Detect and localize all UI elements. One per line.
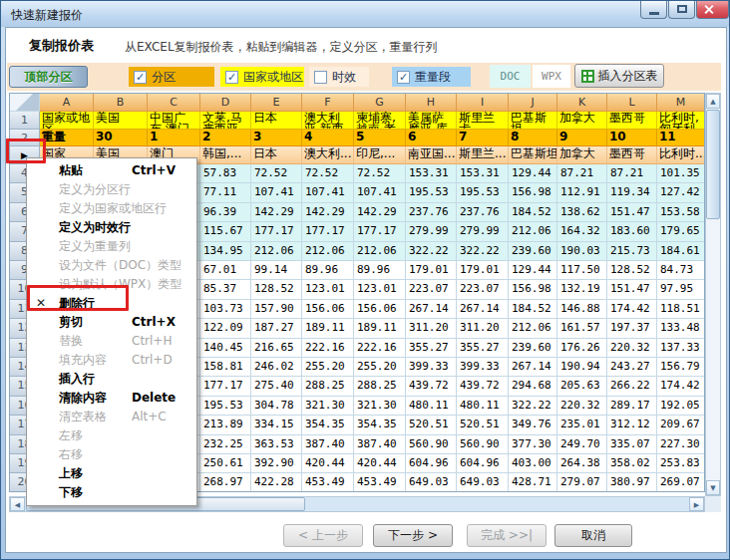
table-cell[interactable]: 96.39: [200, 203, 251, 222]
table-cell[interactable]: 187.27: [251, 319, 302, 338]
insert-partition-table-button[interactable]: 插入分区表: [574, 64, 664, 88]
table-cell[interactable]: 267.14: [457, 300, 509, 319]
table-cell[interactable]: 279.99: [406, 222, 457, 241]
table-cell[interactable]: 85.37: [200, 280, 251, 299]
table-cell[interactable]: 243.27: [607, 358, 657, 377]
table-cell[interactable]: 87.21: [557, 164, 607, 183]
table-cell[interactable]: 177.17: [251, 222, 302, 241]
table-cell[interactable]: 87.21: [607, 164, 657, 183]
table-cell[interactable]: 354.35: [354, 416, 406, 434]
table-cell[interactable]: 304.78: [251, 397, 302, 416]
table-cell[interactable]: 212.06: [509, 319, 557, 338]
minimize-button[interactable]: [640, 1, 667, 19]
table-cell[interactable]: 156.98: [509, 183, 557, 202]
table-cell[interactable]: 220.32: [557, 397, 607, 416]
table-cell[interactable]: 377.30: [509, 435, 557, 454]
table-cell[interactable]: 142.29: [354, 203, 406, 222]
table-cell[interactable]: 国家或地区: [40, 112, 94, 130]
table-cell[interactable]: 138.62: [557, 203, 607, 222]
vertical-scroll-thumb[interactable]: [706, 110, 720, 219]
table-cell[interactable]: 117.50: [557, 261, 607, 280]
checkbox-checked-0[interactable]: ✓分区: [129, 67, 214, 87]
table-cell[interactable]: 269.07: [657, 473, 705, 492]
wizard-button-3[interactable]: 取消: [554, 524, 632, 547]
table-cell[interactable]: 153.31: [457, 164, 509, 183]
column-header-E[interactable]: E: [251, 94, 302, 112]
column-header-M[interactable]: M: [657, 94, 705, 112]
checkbox-checked-1[interactable]: ✓国家或地区: [220, 67, 304, 87]
table-cell[interactable]: 10: [607, 130, 657, 146]
table-cell[interactable]: 212.06: [251, 242, 302, 261]
table-cell[interactable]: 153.58: [657, 203, 705, 222]
table-cell[interactable]: 6: [406, 130, 457, 146]
table-cell[interactable]: 354.35: [302, 416, 354, 434]
table-cell[interactable]: 520.51: [457, 416, 509, 434]
table-cell[interactable]: 142.29: [302, 203, 354, 222]
table-cell[interactable]: 179.01: [457, 261, 509, 280]
table-cell[interactable]: 142.29: [251, 203, 302, 222]
table-cell[interactable]: 72.52: [354, 164, 406, 183]
menu-item-4[interactable]: 定义为重量列: [27, 237, 196, 256]
table-cell[interactable]: 212.06: [354, 242, 406, 261]
table-cell[interactable]: 288.25: [354, 377, 406, 396]
grid-corner-cell[interactable]: [10, 94, 40, 112]
menu-item-15[interactable]: 右移: [27, 445, 196, 464]
table-cell[interactable]: 363.53: [251, 435, 302, 454]
table-cell[interactable]: 335.07: [607, 435, 657, 454]
table-cell[interactable]: 122.09: [200, 319, 251, 338]
table-cell[interactable]: 213.89: [200, 416, 251, 434]
column-header-F[interactable]: F: [302, 94, 354, 112]
checkbox-icon[interactable]: ✓: [397, 71, 410, 84]
column-header-D[interactable]: D: [200, 94, 251, 112]
table-cell[interactable]: 美属萨摩亚,库克群岛: [406, 112, 457, 130]
table-cell[interactable]: 184.52: [509, 203, 557, 222]
table-cell[interactable]: 253.83: [657, 454, 705, 473]
table-cell[interactable]: 239.60: [509, 339, 557, 358]
table-cell[interactable]: 1: [148, 130, 200, 146]
table-cell[interactable]: 246.02: [251, 358, 302, 377]
table-cell[interactable]: 柬埔寨,越南,老挝: [354, 112, 406, 130]
table-cell[interactable]: 151.47: [607, 203, 657, 222]
table-cell[interactable]: 604.96: [406, 454, 457, 473]
table-cell[interactable]: 重量: [40, 130, 94, 146]
table-cell[interactable]: 212.06: [302, 242, 354, 261]
table-cell[interactable]: 399.33: [457, 358, 509, 377]
table-cell[interactable]: 420.44: [302, 454, 354, 473]
checkbox-icon[interactable]: ✓: [134, 71, 147, 84]
table-cell[interactable]: 72.52: [302, 164, 354, 183]
menu-item-12[interactable]: 清除内容Delete: [27, 389, 196, 408]
table-cell[interactable]: 380.97: [607, 473, 657, 492]
table-cell[interactable]: 146.88: [557, 300, 607, 319]
column-header-I[interactable]: I: [457, 94, 509, 112]
table-cell[interactable]: 129.44: [509, 261, 557, 280]
table-cell[interactable]: 190.94: [557, 358, 607, 377]
table-cell[interactable]: 649.03: [406, 473, 457, 492]
menu-item-17[interactable]: 下移: [27, 483, 196, 502]
table-cell[interactable]: 227.30: [657, 435, 705, 454]
wizard-button-2[interactable]: 完成 >>|: [467, 524, 547, 547]
wizard-button-1[interactable]: 下一步 >: [373, 524, 453, 547]
menu-item-14[interactable]: 左移: [27, 426, 196, 445]
table-cell[interactable]: 墨西哥: [607, 112, 657, 130]
table-cell[interactable]: 183.60: [607, 222, 657, 241]
menu-item-16[interactable]: 上移: [27, 464, 196, 483]
table-cell[interactable]: 232.25: [200, 435, 251, 454]
table-cell[interactable]: 加拿大: [557, 112, 607, 130]
table-cell[interactable]: 巴基斯坦: [509, 112, 557, 130]
table-cell[interactable]: 89.96: [302, 261, 354, 280]
table-cell[interactable]: 275.40: [251, 377, 302, 396]
table-cell[interactable]: 77.11: [200, 183, 251, 202]
vertical-scrollbar[interactable]: ▲ ▼: [705, 93, 721, 496]
table-cell[interactable]: 斯里兰卡: [457, 112, 509, 130]
table-cell[interactable]: 420.44: [354, 454, 406, 473]
table-cell[interactable]: 399.33: [406, 358, 457, 377]
column-header-C[interactable]: C: [148, 94, 200, 112]
table-cell[interactable]: 439.72: [406, 377, 457, 396]
menu-item-2[interactable]: 定义为国家或地区行: [27, 199, 196, 218]
table-cell[interactable]: 222.16: [354, 339, 406, 358]
table-cell[interactable]: 174.42: [657, 377, 705, 396]
table-cell[interactable]: 57.83: [200, 164, 251, 183]
table-cell[interactable]: 220.32: [607, 339, 657, 358]
table-cell[interactable]: 195.53: [200, 397, 251, 416]
checkbox-checked-3[interactable]: ✓重量段: [392, 67, 471, 87]
